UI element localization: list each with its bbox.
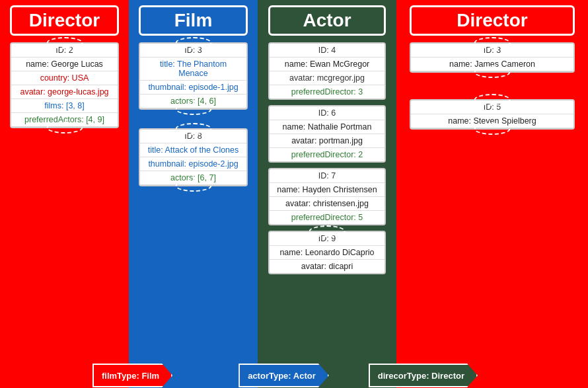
director-arrow-label: direcorType: Director (378, 371, 464, 381)
film-card-1: ID: 3 title: The Phantom Menace thumbnai… (139, 42, 248, 110)
actor3-preferred-label: preferredDirector: 5 (291, 213, 363, 222)
oval-top-film2 (175, 123, 211, 135)
actor-column: Actor ID: 4 name: Ewan McGregor avatar: … (258, 0, 396, 388)
film1-thumbnail: thumbnail: episode-1.jpg (140, 81, 246, 95)
film1-title-label: title: The Phantom Menace (160, 59, 227, 78)
oval-top-actor4 (309, 225, 346, 237)
bottom-bar: filmType: Film actorType: Actor direcorT… (0, 363, 588, 388)
actor1-preferred: preferredDirector: 3 (270, 85, 385, 98)
actor1-preferred-label: preferredDirector: 3 (291, 87, 363, 97)
actor-card-4: ID: 9 name: Leonardo DiCaprio avatar: di… (268, 231, 386, 274)
director-left-header: Director (10, 5, 119, 36)
actor2-preferred-label: preferredDirector: 2 (291, 150, 363, 159)
actor2-preferred: preferredDirector: 2 (270, 148, 385, 161)
actor3-avatar: avatar: christensen.jpg (270, 197, 385, 211)
film-column: Film ID: 3 title: The Phantom Menace thu… (129, 0, 258, 388)
oval-top-director-left (46, 37, 83, 49)
actor-card-2: ID: 6 name: Nathalie Portman avatar: por… (268, 105, 386, 163)
film-arrow-label: filmType: Film (102, 371, 159, 381)
oval-bottom-film1 (175, 103, 211, 115)
director-name: name: George Lucas (11, 58, 118, 71)
actor-card-3: ID: 7 name: Hayden Christensen avatar: c… (268, 168, 386, 225)
oval-bottom-dir-right1 (474, 66, 511, 78)
actor2-id: ID: 6 (270, 106, 385, 120)
film-card-2: ID: 8 title: Attack of the Clones thumbn… (139, 128, 248, 186)
actor1-id: ID: 4 (270, 44, 385, 58)
bottom-green (329, 363, 369, 388)
film2-title: title: Attack of the Clones (140, 143, 246, 157)
oval-bottom-director-left (46, 122, 83, 134)
director-name-text: name: George Lucas (26, 59, 103, 69)
director-right-column: Director ID: 3 name: James Cameron ID: 5… (396, 0, 588, 388)
director-right-header: Director (410, 5, 575, 36)
director-left-column: Director ID: 2 name: George Lucas countr… (0, 0, 129, 388)
actor3-avatar-label: avatar: christensen.jpg (285, 199, 369, 208)
director-films: films: [3, 8] (11, 99, 118, 113)
actor1-name: name: Ewan McGregor (270, 58, 385, 71)
actor3-id: ID: 7 (270, 169, 385, 183)
actor2-avatar: avatar: portman.jpg (270, 134, 385, 148)
director-country: country: USA (11, 71, 118, 85)
film2-thumbnail: thumbnail: episode-2.jpg (140, 157, 246, 171)
actor2-name: name: Nathalie Portman (270, 120, 385, 134)
oval-top-film1 (175, 37, 211, 49)
actor2-avatar-label: avatar: portman.jpg (291, 136, 363, 145)
actor3-preferred: preferredDirector: 5 (270, 211, 385, 224)
director-country-label: country: USA (40, 73, 89, 83)
director-right-card-2: ID: 5 name: Steven Spielberg (410, 99, 575, 130)
oval-bottom-film2 (175, 180, 211, 192)
film2-thumbnail-label: thumbnail: episode-2.jpg (148, 159, 238, 169)
actor4-name: name: Leonardo DiCaprio (270, 246, 385, 260)
actor-card-1: ID: 4 name: Ewan McGregor avatar: mcgreg… (268, 42, 386, 100)
film1-title: title: The Phantom Menace (140, 58, 246, 81)
director-arrow-container: direcorType: Director (369, 363, 478, 388)
film-arrow: filmType: Film (92, 364, 172, 387)
actor-header: Actor (268, 5, 386, 36)
film2-title-label: title: Attack of the Clones (148, 145, 239, 155)
director-left-card: ID: 2 name: George Lucas country: USA av… (10, 42, 119, 128)
oval-top-dir-right1 (474, 37, 511, 49)
actor4-avatar-label: avatar: dicapri (301, 262, 353, 271)
director-avatar-label: avatar: george-lucas.jpg (20, 87, 108, 97)
film-arrow-container: filmType: Film (92, 363, 172, 388)
bottom-red-right (478, 363, 588, 388)
film1-thumbnail-label: thumbnail: episode-1.jpg (148, 83, 238, 92)
director-arrow: direcorType: Director (369, 364, 478, 387)
oval-bottom-dir-right2 (474, 123, 511, 135)
actor-arrow-label: actorType: Actor (248, 371, 316, 381)
film-header: Film (139, 5, 248, 36)
bottom-blue (172, 363, 239, 388)
director-avatar: avatar: george-lucas.jpg (11, 85, 118, 99)
actor3-name: name: Hayden Christensen (270, 183, 385, 197)
actor1-avatar-label: avatar: mcgregor.jpg (289, 73, 365, 83)
bottom-red-left (0, 363, 92, 388)
director-films-label: films: [3, 8] (44, 101, 84, 110)
actor1-avatar: avatar: mcgregor.jpg (270, 71, 385, 85)
director-right-card-1: ID: 3 name: James Cameron (410, 42, 575, 73)
actor-arrow: actorType: Actor (239, 364, 329, 387)
actor4-avatar: avatar: dicapri (270, 260, 385, 273)
oval-top-dir-right2 (474, 94, 511, 106)
actor-arrow-container: actorType: Actor (239, 363, 329, 388)
